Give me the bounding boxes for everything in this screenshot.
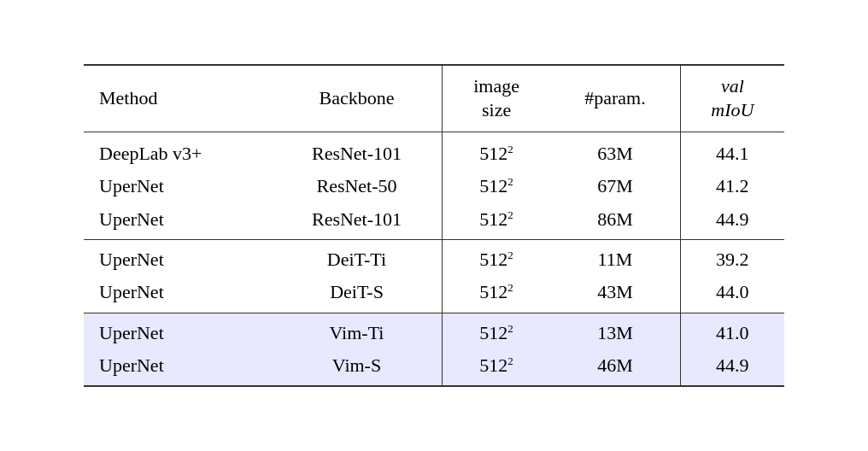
image-size-header: imagesize (442, 66, 550, 132)
image-size-cell: 5122 (442, 170, 550, 202)
image-size-cell: 5122 (442, 313, 550, 349)
image-size-cell: 5122 (442, 239, 550, 276)
method-cell: UperNet (84, 276, 272, 313)
params-cell: 13M (550, 313, 680, 349)
val-miou-cell: 44.1 (680, 132, 784, 170)
val-miou-cell: 41.2 (680, 170, 784, 202)
table-row: UperNetResNet-50512267M41.2 (84, 170, 784, 202)
params-header: #param. (550, 66, 680, 132)
method-cell: DeepLab v3+ (84, 132, 272, 170)
params-cell: 63M (550, 132, 680, 170)
backbone-cell: ResNet-50 (272, 170, 442, 202)
params-cell: 46M (550, 349, 680, 385)
image-size-cell: 5122 (442, 203, 550, 240)
backbone-cell: ResNet-101 (272, 203, 442, 240)
image-size-cell: 5122 (442, 132, 550, 170)
val-miou-cell: 44.9 (680, 203, 784, 240)
method-header: Method (84, 66, 272, 132)
backbone-cell: ResNet-101 (272, 132, 442, 170)
val-miou-cell: 44.9 (680, 349, 784, 385)
image-size-cell: 5122 (442, 276, 550, 313)
image-size-cell: 5122 (442, 349, 550, 385)
backbone-cell: Vim-S (272, 349, 442, 385)
params-cell: 67M (550, 170, 680, 202)
method-cell: UperNet (84, 170, 272, 202)
results-table: Method Backbone imagesize #param. valmIo… (84, 66, 784, 385)
method-cell: UperNet (84, 349, 272, 385)
params-cell: 43M (550, 276, 680, 313)
val-miou-header: valmIoU (680, 66, 784, 132)
method-cell: UperNet (84, 239, 272, 276)
val-miou-cell: 41.0 (680, 313, 784, 349)
val-miou-cell: 39.2 (680, 239, 784, 276)
table-row: DeepLab v3+ResNet-101512263M44.1 (84, 132, 784, 170)
val-miou-cell: 44.0 (680, 276, 784, 313)
params-cell: 86M (550, 203, 680, 240)
table-row: UperNetDeiT-Ti512211M39.2 (84, 239, 784, 276)
comparison-table-container: Method Backbone imagesize #param. valmIo… (84, 64, 784, 387)
method-cell: UperNet (84, 203, 272, 240)
table-row: UperNetResNet-101512286M44.9 (84, 203, 784, 240)
table-row: UperNetDeiT-S512243M44.0 (84, 276, 784, 313)
backbone-header: Backbone (272, 66, 442, 132)
backbone-cell: DeiT-S (272, 276, 442, 313)
backbone-cell: DeiT-Ti (272, 239, 442, 276)
backbone-cell: Vim-Ti (272, 313, 442, 349)
params-cell: 11M (550, 239, 680, 276)
table-row: UperNetVim-S512246M44.9 (84, 349, 784, 385)
table-header-row: Method Backbone imagesize #param. valmIo… (84, 66, 784, 132)
table-row: UperNetVim-Ti512213M41.0 (84, 313, 784, 349)
method-cell: UperNet (84, 313, 272, 349)
